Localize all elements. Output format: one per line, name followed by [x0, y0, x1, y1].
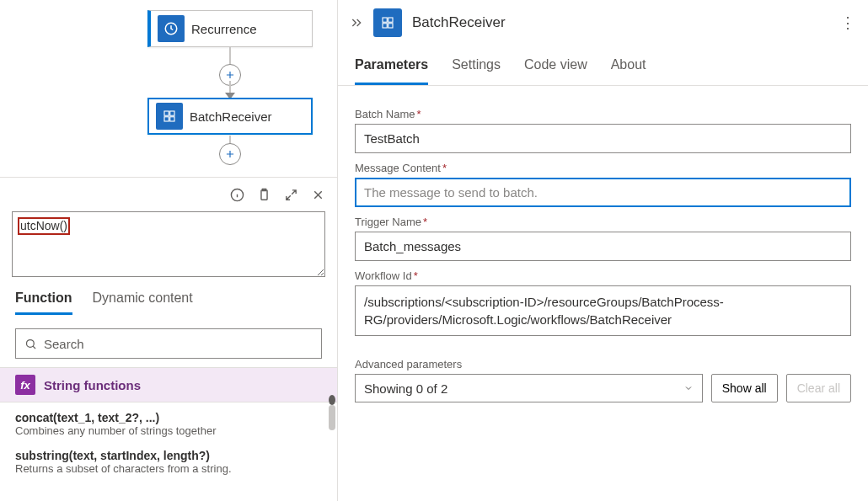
function-item-substring[interactable]: substring(text, startIndex, length?) Ret…: [15, 449, 322, 475]
function-description: Combines any number of strings together: [15, 424, 322, 437]
svg-rect-6: [260, 189, 266, 199]
svg-rect-11: [388, 24, 393, 28]
svg-point-7: [27, 339, 35, 347]
designer-left-pane: Recurrence BatchReceiver: [0, 0, 337, 501]
trigger-name-label: Trigger Name*: [355, 216, 851, 228]
more-menu-icon[interactable]: ⋮: [840, 13, 856, 32]
search-icon: [24, 338, 37, 350]
expression-helper-panel: utcNow() Function Dynamic content Search…: [0, 177, 337, 501]
workflow-canvas[interactable]: Recurrence BatchReceiver: [0, 0, 337, 177]
tab-settings[interactable]: Settings: [452, 57, 501, 85]
panel-body: Batch Name* TestBatch Message Content* T…: [338, 86, 868, 416]
node-recurrence[interactable]: Recurrence: [147, 10, 313, 47]
info-icon[interactable]: [229, 187, 244, 202]
function-signature: substring(text, startIndex, length?): [15, 449, 322, 462]
helper-toolbar: [0, 178, 337, 211]
panel-title: BatchReceiver: [412, 14, 506, 31]
trigger-name-input[interactable]: Batch_messages: [355, 232, 851, 261]
function-list: concat(text_1, text_2?, ...) Combines an…: [0, 402, 337, 495]
string-functions-section-header[interactable]: fx String functions: [0, 367, 337, 402]
node-recurrence-label: Recurrence: [191, 22, 257, 36]
node-batchreceiver-label: BatchReceiver: [190, 109, 272, 124]
add-step-button[interactable]: [219, 143, 241, 165]
advanced-params-select[interactable]: Showing 0 of 2: [355, 374, 703, 402]
expand-icon[interactable]: [283, 187, 298, 202]
tab-codeview[interactable]: Code view: [524, 57, 587, 85]
panel-tabs: Parameters Settings Code view About: [338, 45, 868, 86]
collapse-icon[interactable]: [350, 16, 363, 29]
batch-icon: [156, 103, 183, 130]
advanced-params-selected: Showing 0 of 2: [364, 381, 447, 396]
tab-parameters[interactable]: Parameters: [355, 57, 428, 85]
fx-icon: fx: [15, 375, 35, 395]
tab-dynamic-content[interactable]: Dynamic content: [93, 290, 193, 315]
svg-rect-10: [383, 24, 387, 28]
clear-all-button[interactable]: Clear all: [786, 374, 851, 402]
close-icon[interactable]: [310, 187, 325, 202]
function-signature: concat(text_1, text_2?, ...): [15, 411, 322, 424]
tab-function[interactable]: Function: [15, 290, 72, 315]
workflow-id-label: Workflow Id*: [355, 269, 851, 282]
scrollbar[interactable]: [329, 405, 335, 430]
properties-panel: BatchReceiver ⋮ Parameters Settings Code…: [337, 0, 868, 501]
panel-header: BatchReceiver ⋮: [338, 0, 868, 45]
chevron-down-icon: [683, 383, 694, 393]
svg-rect-4: [170, 117, 174, 121]
node-batchreceiver[interactable]: BatchReceiver: [147, 98, 313, 135]
show-all-button[interactable]: Show all: [711, 374, 778, 402]
connector-line: [229, 47, 231, 64]
clock-icon: [158, 15, 185, 42]
expression-text: utcNow(): [18, 217, 70, 235]
batch-name-input[interactable]: TestBatch: [355, 124, 851, 153]
svg-rect-1: [164, 111, 169, 115]
function-item-concat[interactable]: concat(text_1, text_2?, ...) Combines an…: [15, 411, 322, 437]
expression-editor[interactable]: utcNow(): [12, 211, 325, 277]
tab-about[interactable]: About: [611, 57, 646, 85]
workflow-id-input[interactable]: /subscriptions/<subscription-ID>/resourc…: [355, 285, 851, 336]
svg-rect-3: [164, 117, 169, 121]
paste-icon[interactable]: [256, 187, 271, 202]
string-functions-title: String functions: [44, 378, 141, 392]
svg-rect-9: [388, 18, 393, 22]
message-content-input[interactable]: The message to send to batch.: [355, 178, 851, 207]
function-description: Returns a subset of characters from a st…: [15, 462, 322, 475]
batch-name-label: Batch Name*: [355, 108, 851, 120]
svg-rect-2: [170, 111, 174, 115]
search-placeholder: Search: [44, 337, 84, 351]
batch-icon: [373, 8, 402, 37]
message-content-label: Message Content*: [355, 162, 851, 174]
advanced-params-label: Advanced parameters: [355, 358, 851, 370]
helper-tabs: Function Dynamic content: [0, 277, 337, 315]
svg-rect-8: [383, 18, 387, 22]
scrollbar-thumb[interactable]: [329, 395, 335, 405]
search-input[interactable]: Search: [15, 328, 322, 359]
